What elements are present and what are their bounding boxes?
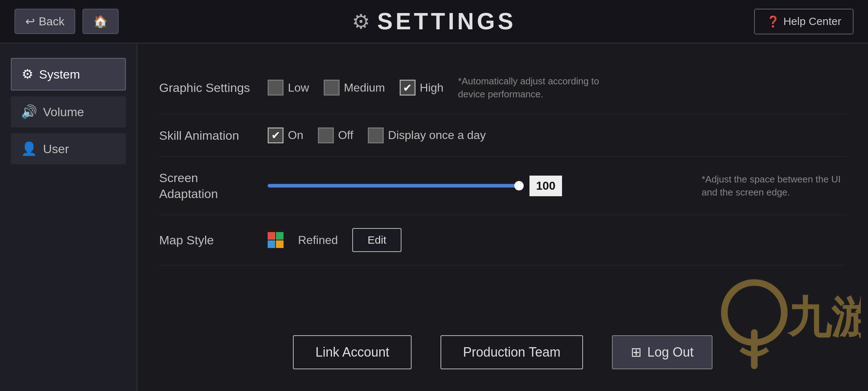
skill-animation-label: Skill Animation [159,127,253,143]
skill-display-once-option[interactable]: Display once a day [368,127,486,143]
sidebar-user-label: User [43,142,69,156]
skill-display-once-label: Display once a day [388,129,486,142]
slider-thumb[interactable] [514,181,524,190]
graphic-settings-row: Graphic Settings Low Medium ✔ High *Auto… [159,62,846,114]
map-style-edit-button[interactable]: Edit [352,228,401,252]
sidebar-item-user[interactable]: 👤 User [11,133,126,164]
skill-animation-controls: ✔ On Off Display once a day [268,127,846,143]
volume-icon: 🔊 [21,104,37,119]
skill-on-option[interactable]: ✔ On [268,127,303,143]
graphic-medium-label: Medium [344,81,385,94]
back-arrow-icon: ↩ [25,14,35,28]
map-style-value: Refined [298,234,338,247]
help-center-button[interactable]: ❓ Help Center [754,9,854,34]
sidebar-item-volume[interactable]: 🔊 Volume [11,96,126,127]
slider-fill [268,184,521,188]
skill-animation-row: Skill Animation ✔ On Off Display once a … [159,114,846,157]
map-icon-blue [268,240,275,248]
home-icon: 🏠 [93,14,108,28]
page-title: SETTINGS [377,8,516,35]
skill-on-checkbox[interactable]: ✔ [268,127,284,143]
graphic-settings-label: Graphic Settings [159,80,253,96]
slider-track[interactable] [268,184,521,188]
graphic-low-checkbox[interactable] [268,80,284,96]
graphic-high-checkbox[interactable]: ✔ [400,80,416,96]
skill-display-once-checkbox[interactable] [368,127,384,143]
map-icon-yellow [276,240,284,248]
logout-label: Log Out [647,345,694,360]
screen-adaptation-row: Screen Adaptation 100 *Adjust the space … [159,157,846,215]
user-icon: 👤 [21,141,37,156]
graphic-high-label: High [420,81,444,94]
slider-value: 100 [529,176,562,196]
production-team-button[interactable]: Production Team [441,335,583,369]
help-icon: ❓ [766,15,780,28]
graphic-settings-note: *Automatically adjust according to devic… [458,75,603,101]
map-icon-green [276,232,284,240]
graphic-medium-option[interactable]: Medium [324,80,385,96]
screen-adaptation-note: *Adjust the space between the UI and the… [702,173,846,199]
skill-off-option[interactable]: Off [318,127,353,143]
graphic-settings-controls: Low Medium ✔ High *Automatically adjust … [268,75,846,101]
sidebar-volume-label: Volume [43,105,84,119]
help-label: Help Center [783,15,841,28]
back-button[interactable]: ↩ Back [14,9,75,34]
screen-adaptation-slider-container: 100 [268,176,687,196]
link-account-button[interactable]: Link Account [293,335,412,369]
sidebar-system-label: System [39,67,80,81]
system-icon: ⚙ [22,67,33,82]
sidebar: ⚙ System 🔊 Volume 👤 User [0,43,137,391]
map-style-label: Map Style [159,232,253,248]
page-title-area: ⚙ SETTINGS [352,8,516,35]
logout-icon: ⊞ [631,345,642,360]
top-left-nav: ↩ Back 🏠 [14,9,119,34]
map-icon-red [268,232,275,240]
log-out-button[interactable]: ⊞ Log Out [612,335,712,369]
graphic-low-option[interactable]: Low [268,80,309,96]
map-style-row: Map Style Refined Edit [159,215,846,265]
graphic-medium-checkbox[interactable] [324,80,340,96]
sidebar-item-system[interactable]: ⚙ System [11,58,126,91]
screen-adaptation-label: Screen Adaptation [159,170,253,202]
skill-off-label: Off [338,129,353,142]
graphic-low-label: Low [288,81,309,94]
skill-off-checkbox[interactable] [318,127,334,143]
top-bar: ↩ Back 🏠 ⚙ SETTINGS ❓ Help Center [0,0,868,43]
skill-on-label: On [288,129,303,142]
back-label: Back [39,15,64,28]
bottom-actions: Link Account Production Team ⊞ Log Out [137,335,868,369]
map-style-icon [268,232,284,248]
graphic-high-option[interactable]: ✔ High [400,80,444,96]
settings-gear-icon: ⚙ [352,10,370,33]
map-style-controls: Refined Edit [268,228,846,252]
home-button[interactable]: 🏠 [82,9,119,34]
screen-adaptation-controls: 100 *Adjust the space between the UI and… [268,173,846,199]
